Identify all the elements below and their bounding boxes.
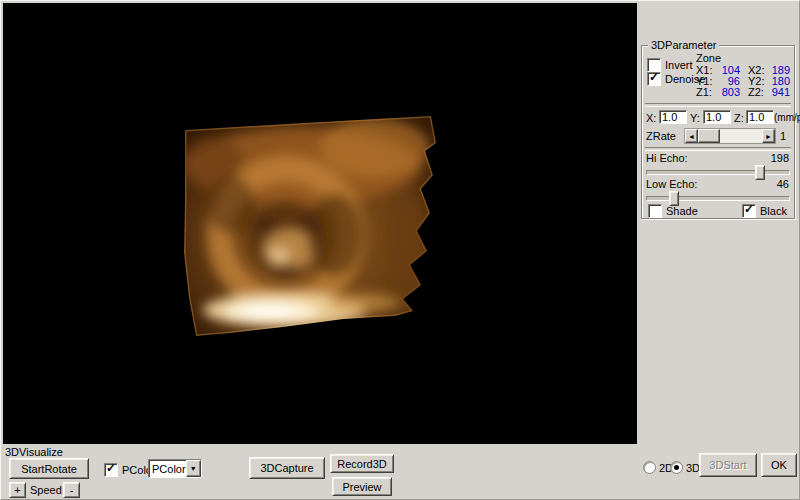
- pcolor-checkbox-box[interactable]: [104, 463, 118, 477]
- speed-minus-button-label: -: [70, 484, 74, 496]
- denoise-checkbox-box[interactable]: [647, 72, 661, 86]
- low-echo-label: Low Echo:: [646, 178, 697, 190]
- speed-minus-button[interactable]: -: [63, 482, 80, 498]
- chevron-down-icon[interactable]: ▼: [186, 460, 201, 477]
- ok-button-label: OK: [771, 459, 787, 471]
- shade-checkbox-label: Shade: [666, 205, 698, 217]
- speed-label: Speed: [30, 484, 62, 496]
- zrate-scrollbar-track[interactable]: [720, 129, 762, 143]
- zrate-label: ZRate: [646, 130, 676, 142]
- hi-echo-slider[interactable]: [646, 170, 790, 175]
- parameter-groupbox: 3DParameter Invert Denoise Zone X1: 104 …: [641, 45, 795, 219]
- scale-z-input[interactable]: [746, 110, 774, 124]
- hi-echo-value: 198: [763, 152, 789, 164]
- start-3d-button[interactable]: 3DStart: [699, 453, 757, 477]
- separator: [645, 103, 791, 107]
- scale-x-label: X:: [646, 112, 656, 124]
- app-window: 3DParameter Invert Denoise Zone X1: 104 …: [0, 0, 800, 500]
- ultrasound-3d-render: [3, 3, 637, 444]
- pcolor-select[interactable]: PColor ▼: [148, 459, 202, 478]
- zone-z1-label: Z1:: [696, 86, 712, 98]
- black-checkbox-label: Black: [760, 205, 787, 217]
- zone-z2-value: 941: [764, 86, 790, 98]
- scale-y-label: Y:: [690, 112, 700, 124]
- zone-title: Zone: [696, 52, 721, 64]
- scale-z-label: Z:: [734, 112, 744, 124]
- record-3d-button-label: Record3D: [337, 458, 387, 470]
- parameter-group-title: 3DParameter: [648, 39, 719, 51]
- speed-plus-button-label: +: [14, 484, 20, 496]
- scale-x-input[interactable]: [659, 110, 687, 124]
- mode-3d-radio-circle[interactable]: [670, 461, 683, 474]
- capture-3d-button-label: 3DCapture: [260, 462, 313, 474]
- shade-checkbox-box[interactable]: [648, 204, 662, 218]
- scale-unit-label: (mm/p): [774, 112, 800, 123]
- zrate-scrollbar-thumb[interactable]: [698, 129, 720, 143]
- low-echo-slider[interactable]: [646, 196, 790, 201]
- viewport-3d[interactable]: [3, 3, 637, 444]
- mode-2d-radio[interactable]: 2D: [643, 461, 673, 474]
- zrate-scrollbar[interactable]: ◄ ►: [684, 128, 776, 144]
- record-3d-button[interactable]: Record3D: [330, 454, 394, 473]
- zrate-arrow-left-icon[interactable]: ◄: [685, 129, 698, 143]
- low-echo-value: 46: [763, 178, 789, 190]
- capture-3d-button[interactable]: 3DCapture: [249, 457, 325, 479]
- zrate-arrow-right-icon[interactable]: ►: [762, 129, 775, 143]
- preview-button-label: Preview: [342, 481, 381, 493]
- zone-z1-value: 803: [714, 86, 740, 98]
- pcolor-select-value: PColor: [149, 463, 186, 475]
- preview-button[interactable]: Preview: [332, 477, 392, 496]
- hi-echo-label: Hi Echo:: [646, 152, 688, 164]
- start-rotate-button[interactable]: StartRotate: [9, 458, 89, 479]
- invert-checkbox-label: Invert: [665, 59, 693, 71]
- ok-button[interactable]: OK: [761, 453, 797, 477]
- zrate-value: 1: [780, 130, 786, 142]
- separator: [645, 147, 791, 151]
- zone-z2-label: Z2:: [748, 86, 764, 98]
- mode-2d-radio-circle[interactable]: [643, 461, 656, 474]
- mode-3d-radio[interactable]: 3D: [670, 461, 700, 474]
- mode-3d-radio-label: 3D: [686, 462, 700, 474]
- speed-plus-button[interactable]: +: [9, 482, 26, 498]
- start-rotate-button-label: StartRotate: [21, 463, 77, 475]
- start-3d-button-label: 3DStart: [709, 459, 746, 471]
- visualize-bar-title: 3DVisualize: [5, 446, 63, 458]
- black-checkbox-box[interactable]: [742, 204, 756, 218]
- parameter-panel: 3DParameter Invert Denoise Zone X1: 104 …: [637, 1, 800, 500]
- black-checkbox[interactable]: Black: [742, 204, 787, 218]
- scale-y-input[interactable]: [703, 110, 731, 124]
- visualize-bar: 3DVisualize StartRotate + Speed - PColor…: [1, 444, 637, 500]
- shade-checkbox[interactable]: Shade: [648, 204, 698, 218]
